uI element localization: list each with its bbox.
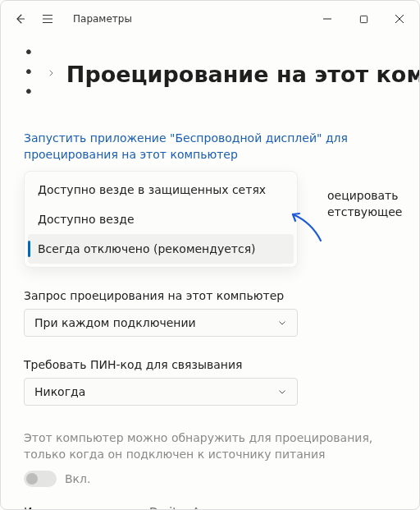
maximize-button[interactable] xyxy=(345,1,381,37)
dropdown-option-selected[interactable]: Всегда отключено (рекомендуется) xyxy=(28,234,294,264)
discoverable-note: Этот компьютер можно обнаружить для прое… xyxy=(24,430,396,462)
menu-icon[interactable] xyxy=(40,11,55,26)
truncated-description: етствующее xyxy=(327,204,402,220)
chevron-right-icon xyxy=(47,67,55,80)
back-icon[interactable] xyxy=(12,11,27,26)
launch-wireless-display-link[interactable]: Запустить приложение "Беспроводной диспл… xyxy=(24,131,396,163)
svg-rect-0 xyxy=(360,16,367,22)
require-pin-label: Требовать ПИН-код для связывания xyxy=(24,358,396,371)
pc-name-value: Dmitry-Aero xyxy=(149,505,218,510)
ask-to-project-select[interactable]: При каждом подключении xyxy=(24,309,298,337)
select-value: При каждом подключении xyxy=(34,316,196,329)
availability-dropdown-open[interactable]: Доступно везде в защищенных сетях Доступ… xyxy=(24,171,298,268)
breadcrumb-dots[interactable]: • • • xyxy=(24,42,35,106)
truncated-description: оецировать xyxy=(327,187,399,204)
pc-name-label: Имя компьютера xyxy=(24,505,126,510)
chevron-down-icon xyxy=(277,387,287,397)
page-title: Проецирование на этот компью xyxy=(66,62,420,87)
dropdown-option[interactable]: Доступно везде в защищенных сетях xyxy=(25,175,297,204)
discoverable-toggle[interactable] xyxy=(24,471,57,487)
minimize-button[interactable] xyxy=(309,1,345,37)
dropdown-option[interactable]: Доступно везде xyxy=(25,204,297,234)
ask-to-project-label: Запрос проецирования на этот компьютер xyxy=(24,289,396,302)
window-title: Параметры xyxy=(73,13,132,25)
chevron-down-icon xyxy=(277,318,287,328)
titlebar: Параметры xyxy=(1,1,419,37)
annotation-arrow xyxy=(288,208,329,251)
close-button[interactable] xyxy=(381,1,418,37)
select-value: Никогда xyxy=(34,385,85,398)
breadcrumb: • • • Проецирование на этот компью xyxy=(24,42,396,106)
toggle-state-label: Вкл. xyxy=(65,472,90,485)
require-pin-select[interactable]: Никогда xyxy=(24,378,298,406)
